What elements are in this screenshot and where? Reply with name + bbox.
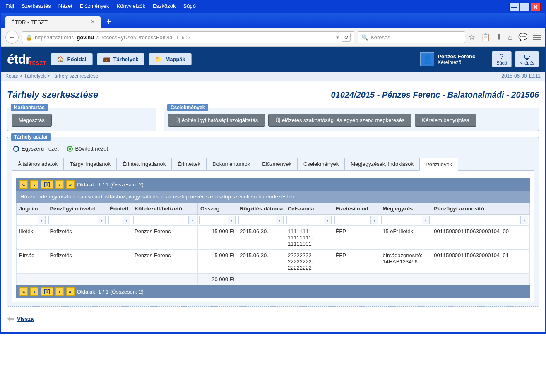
tab-affected-props[interactable]: Érintett ingatlanok <box>116 158 172 170</box>
filter-jogc[interactable] <box>18 216 38 224</box>
tab-general[interactable]: Általános adatok <box>12 158 64 170</box>
pager-next[interactable]: › <box>55 287 64 296</box>
bc-item-0[interactable]: Kosár <box>5 73 18 79</box>
page-title: Tárhely szerkesztése <box>7 89 98 100</box>
chat-icon[interactable]: 💬 <box>518 33 527 42</box>
browser-menubar[interactable]: Fájl Szerkesztés Nézet Előzmények Könyvj… <box>1 1 545 13</box>
pager-text: Oldalak: 1 / 1 (Összesen: 2) <box>77 182 144 188</box>
filter-azon[interactable] <box>433 216 521 224</box>
pager-text: Oldalak: 1 / 1 (Összesen: 2) <box>77 289 144 295</box>
share-button[interactable]: Megosztás <box>12 114 52 127</box>
tab-documents[interactable]: Dokumentumok <box>206 158 256 170</box>
address-bar[interactable]: 🔒 https://teszt.etdr.gov.hu/ProcessByUse… <box>22 31 354 43</box>
pager-next[interactable]: › <box>55 180 64 189</box>
bookmark-icon[interactable]: ☆ <box>469 33 475 42</box>
pager-prev[interactable]: ‹ <box>30 180 38 189</box>
filter-fizm[interactable] <box>334 216 371 224</box>
filter-datum[interactable] <box>238 216 276 224</box>
funnel-icon[interactable]: ▾ <box>371 216 378 224</box>
nav-home[interactable]: 🏠Főoldal <box>51 53 92 65</box>
download-icon[interactable]: ⬇ <box>496 33 502 42</box>
search-box[interactable]: 🔍 Keresés <box>358 31 465 43</box>
clipboard-icon[interactable]: 📋 <box>481 33 490 42</box>
hamburger-menu[interactable] <box>533 35 541 40</box>
filter-muv[interactable] <box>48 216 98 224</box>
pager-last[interactable]: » <box>66 287 75 296</box>
funnel-icon[interactable]: ▾ <box>324 216 332 224</box>
home-icon[interactable]: ⌂ <box>508 33 512 42</box>
filter-megj[interactable] <box>381 216 422 224</box>
funnel-icon[interactable]: ▾ <box>422 216 430 224</box>
new-tab-button[interactable]: + <box>103 15 115 28</box>
tab-title: ÉTDR - TESZT <box>11 19 48 25</box>
menu-bookmarks[interactable]: Könyvjelzők <box>117 3 145 11</box>
funnel-icon[interactable]: ▾ <box>276 216 284 224</box>
submit-application-button[interactable]: Kérelem benyújtása <box>415 114 476 127</box>
funnel-icon[interactable]: ▾ <box>228 216 236 224</box>
dropdown-icon[interactable]: ▾ <box>336 34 339 41</box>
reload-button[interactable]: ↻ <box>342 33 351 42</box>
home-icon: 🏠 <box>57 56 64 62</box>
funnel-icon[interactable]: ▾ <box>123 216 130 224</box>
app-logo: étdrTESZT <box>7 52 46 67</box>
back-link[interactable]: Vissza <box>17 316 34 322</box>
lock-icon: 🔒 <box>26 34 32 41</box>
tab-finances[interactable]: Pénzügyek <box>419 158 458 171</box>
filter-kot[interactable] <box>133 216 189 224</box>
bc-item-1[interactable]: Tárhelyek <box>24 73 46 79</box>
nav-storage[interactable]: 💼Tárhelyek <box>97 53 145 65</box>
pager-last[interactable]: » <box>66 180 75 189</box>
breadcrumb: Kosár > Tárhelyek > Tárhely szerkesztése… <box>1 72 545 81</box>
table-row[interactable]: Bírság Befizetés Pénzes Ferenc 5 000 Ft … <box>17 250 530 274</box>
panel-cselekmenyek: Cselekmények Új építésügyi hatósági szol… <box>164 108 539 131</box>
pager-first[interactable]: « <box>19 180 28 189</box>
menu-file[interactable]: Fájl <box>5 3 14 11</box>
funnel-icon[interactable]: ▾ <box>521 216 528 224</box>
col-jogc[interactable]: Jogcím <box>17 203 47 215</box>
col-celsz[interactable]: Célszámla <box>285 203 333 215</box>
col-fizm[interactable]: Fizetési mód <box>333 203 380 215</box>
filter-erint[interactable] <box>108 216 123 224</box>
tab-subject-props[interactable]: Tárgyi ingatlanok <box>63 158 117 170</box>
menu-view[interactable]: Nézet <box>58 3 72 11</box>
col-erint[interactable]: Érintett <box>107 203 132 215</box>
tab-close-icon[interactable]: × <box>91 18 95 26</box>
nav-folders[interactable]: 📁Mappák <box>149 53 191 65</box>
menu-help[interactable]: Súgó <box>183 3 196 11</box>
funnel-icon[interactable]: ▾ <box>38 216 46 224</box>
radio-extended[interactable]: Bővített nézet <box>67 146 108 152</box>
menu-history[interactable]: Előzmények <box>80 3 109 11</box>
help-button[interactable]: ?Súgó <box>492 51 512 67</box>
filter-celsz[interactable] <box>286 216 324 224</box>
table-row[interactable]: Illeték Befizetés Pénzes Ferenc 15 000 F… <box>17 226 530 250</box>
new-request-button[interactable]: Új előzetes szakhatósági és egyéb szervi… <box>268 114 411 127</box>
menu-tools[interactable]: Eszközök <box>153 3 176 11</box>
funnel-icon[interactable]: ▾ <box>189 216 196 224</box>
filter-osszeg[interactable] <box>199 216 228 224</box>
col-megj[interactable]: Megjegyzés <box>380 203 431 215</box>
pager-first[interactable]: « <box>19 287 28 296</box>
window-maximize-button[interactable]: ☐ <box>520 3 530 11</box>
logout-button[interactable]: ⏻Kilépés <box>515 51 539 67</box>
pager-prev[interactable]: ‹ <box>30 287 38 296</box>
back-button[interactable]: ← <box>5 31 19 44</box>
menu-edit[interactable]: Szerkesztés <box>22 3 51 11</box>
tab-history[interactable]: Előzmények <box>256 158 298 170</box>
window-minimize-button[interactable]: — <box>509 3 519 11</box>
col-kot[interactable]: Kötelezett/befizető <box>132 203 197 215</box>
col-azon[interactable]: Pénzügyi azonosító <box>431 203 530 215</box>
user-box[interactable]: 👤 Pénzes Ferenc Kérelmező <box>420 52 475 66</box>
tab-notes[interactable]: Megjegyzések, indoklások <box>344 158 420 170</box>
radio-simple[interactable]: Egyszerű nézet <box>13 146 59 152</box>
col-datum[interactable]: Rögzítés dátuma <box>237 203 285 215</box>
funnel-icon[interactable]: ▾ <box>98 216 106 224</box>
tab-affected[interactable]: Érintettek <box>171 158 207 170</box>
window-close-button[interactable]: ✕ <box>531 3 541 11</box>
new-service-button[interactable]: Új építésügyi hatósági szolgáltatás <box>168 114 265 127</box>
col-osszeg[interactable]: Összeg <box>198 203 237 215</box>
legend-adatai: Tárhely adatai <box>11 133 51 141</box>
legend-karbantartas: Karbantartás <box>11 104 48 111</box>
col-muv[interactable]: Pénzügyi művelet <box>47 203 107 215</box>
tab-actions[interactable]: Cselekmények <box>297 158 345 170</box>
browser-tab[interactable]: ÉTDR - TESZT × <box>5 16 101 28</box>
